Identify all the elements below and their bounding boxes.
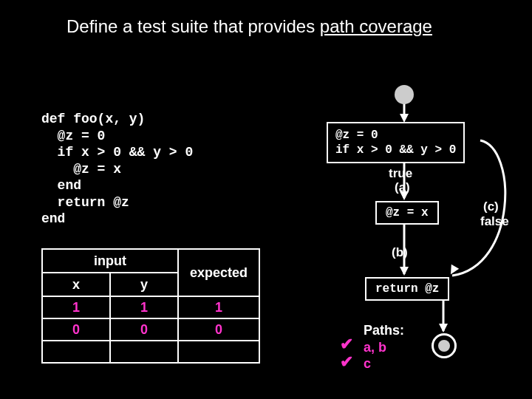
path-entry: a, b	[364, 339, 404, 356]
x-header: x	[42, 273, 110, 296]
y-header: y	[110, 273, 178, 296]
paths-list: Paths: a, b c	[364, 322, 404, 372]
slide-title: Define a test suite that provides path c…	[66, 16, 432, 37]
cell-x: 0	[42, 318, 110, 341]
code-block: def foo(x, y) @z = 0 if x > 0 && y > 0 @…	[41, 111, 193, 228]
cell-x	[42, 341, 110, 363]
checkmark-icon: ✔	[340, 352, 353, 372]
cell-expected: 1	[178, 296, 259, 318]
title-prefix: Define a test suite that provides	[66, 16, 320, 36]
cell-expected	[178, 341, 259, 363]
flow-end-inner	[438, 340, 450, 352]
edge-label-b: (b)	[392, 245, 408, 260]
table-row: 1 1 1	[42, 296, 259, 318]
cell-expected: 0	[178, 318, 259, 341]
input-header: input	[42, 249, 178, 273]
table-row	[42, 341, 259, 363]
test-table: input expected x y 1 1 1 0 0 0	[41, 248, 260, 364]
cell-y: 0	[110, 318, 178, 341]
path-entry: c	[364, 355, 404, 372]
cell-y: 1	[110, 296, 178, 318]
title-underlined: path coverage	[320, 16, 432, 36]
expected-header: expected	[178, 249, 259, 296]
table-row: 0 0 0	[42, 318, 259, 341]
flow-start-node	[395, 85, 414, 104]
arrowhead-icon	[439, 324, 448, 332]
cell-x: 1	[42, 296, 110, 318]
arrowhead-icon	[447, 265, 459, 276]
arrowhead-icon	[400, 191, 409, 200]
edge-label-false: false	[480, 214, 509, 229]
checkmark-icon: ✔	[340, 335, 353, 354]
flow-end-node	[432, 333, 457, 358]
cell-y	[110, 341, 178, 363]
flow-box-return: return @z	[365, 277, 449, 301]
paths-heading: Paths:	[364, 322, 404, 339]
flow-box-init: @z = 0 if x > 0 && y > 0	[327, 122, 465, 163]
edge-label-true: true	[389, 166, 412, 181]
flow-box-assign: @z = x	[375, 201, 439, 225]
arrowhead-icon	[400, 267, 409, 276]
edge-label-c: (c)	[483, 200, 499, 214]
